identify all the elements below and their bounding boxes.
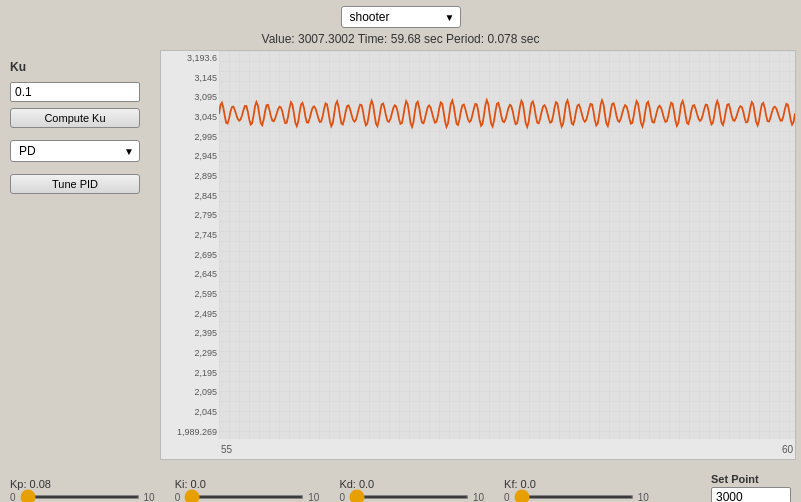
ki-max: 10 — [308, 492, 319, 503]
ki-slider[interactable] — [184, 495, 304, 499]
kd-label: Kd: 0.0 — [339, 478, 484, 490]
kp-slider[interactable] — [20, 495, 140, 499]
ku-input[interactable] — [10, 82, 140, 102]
kp-max: 10 — [144, 492, 155, 503]
ki-label: Ki: 0.0 — [175, 478, 320, 490]
setpoint-label: Set Point — [711, 473, 791, 485]
compute-ku-button[interactable]: Compute Ku — [10, 108, 140, 128]
kd-slider-row: 0 10 — [339, 492, 484, 503]
kp-slider-row: 0 10 — [10, 492, 155, 503]
setpoint-group: Set Point — [711, 473, 791, 502]
kp-group: Kp: 0.08 0 10 — [10, 478, 155, 503]
kp-label: Kp: 0.08 — [10, 478, 155, 490]
pd-dropdown-wrapper[interactable]: PD ▼ — [10, 140, 140, 162]
chart-inner — [219, 51, 795, 439]
kp-min: 0 — [10, 492, 16, 503]
chart-area: 3,193.6 3,145 3,095 3,045 2,995 2,945 2,… — [160, 50, 796, 460]
kf-slider[interactable] — [514, 495, 634, 499]
kf-min: 0 — [504, 492, 510, 503]
x-axis-labels: 55 60 — [219, 439, 795, 459]
bottom-bar: Kp: 0.08 0 10 Ki: 0.0 0 10 Kd: 0.0 0 10 … — [0, 460, 801, 502]
kd-group: Kd: 0.0 0 10 — [339, 478, 484, 503]
kd-min: 0 — [339, 492, 345, 503]
tune-pid-button[interactable]: Tune PID — [10, 174, 140, 194]
kf-max: 10 — [638, 492, 649, 503]
ki-group: Ki: 0.0 0 10 — [175, 478, 320, 503]
kf-label: Kf: 0.0 — [504, 478, 649, 490]
main-area: Ku Compute Ku PD ▼ Tune PID 3,193.6 3,14… — [0, 50, 801, 460]
ki-min: 0 — [175, 492, 181, 503]
kf-group: Kf: 0.0 0 10 — [504, 478, 649, 503]
shooter-dropdown[interactable]: shooter — [341, 6, 461, 28]
y-axis-labels: 3,193.6 3,145 3,095 3,045 2,995 2,945 2,… — [161, 51, 219, 439]
status-bar: Value: 3007.3002 Time: 59.68 sec Period:… — [0, 30, 801, 50]
ki-slider-row: 0 10 — [175, 492, 320, 503]
top-bar: shooter ▼ — [0, 0, 801, 30]
setpoint-input[interactable] — [711, 487, 791, 502]
kd-max: 10 — [473, 492, 484, 503]
chart-svg — [219, 51, 795, 439]
kf-slider-row: 0 10 — [504, 492, 649, 503]
ku-label: Ku — [10, 60, 150, 74]
status-text: Value: 3007.3002 Time: 59.68 sec Period:… — [262, 32, 540, 46]
left-panel: Ku Compute Ku PD ▼ Tune PID — [0, 50, 160, 460]
pd-dropdown[interactable]: PD — [10, 140, 140, 162]
kd-slider[interactable] — [349, 495, 469, 499]
shooter-dropdown-wrapper[interactable]: shooter ▼ — [341, 6, 461, 28]
